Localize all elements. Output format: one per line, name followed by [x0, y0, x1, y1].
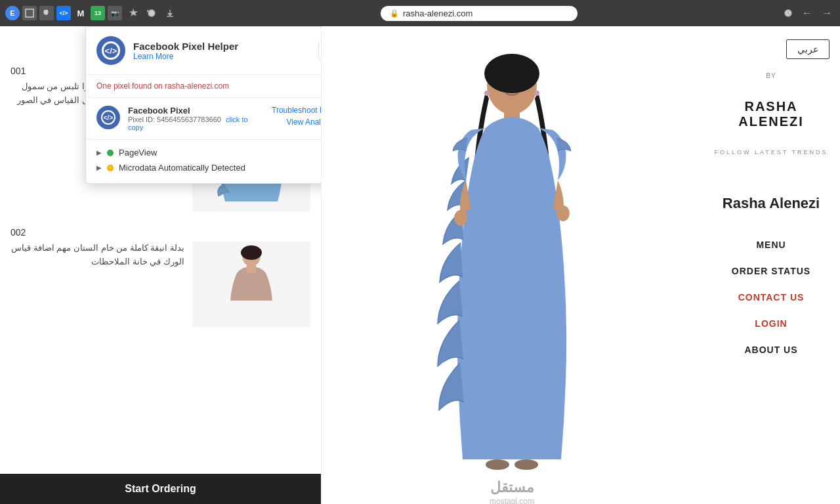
- right-panel: مستقل mostaql.com عربي BY RASHA ALENEZI …: [322, 26, 840, 504]
- svg-point-21: [454, 210, 467, 226]
- pixel-id-text: Pixel ID: 5456455637783660: [128, 116, 221, 123]
- start-ordering-bar[interactable]: Start Ordering: [0, 474, 321, 504]
- svg-point-22: [556, 205, 570, 221]
- event-status-green-icon: [107, 150, 114, 156]
- url-text: rasha-alenezi.com: [403, 9, 472, 18]
- popup-fb-code-icon: </>: [102, 41, 120, 60]
- facebook-dev-icon[interactable]: </>: [56, 6, 71, 20]
- extension-screenshot-icon[interactable]: 📷: [108, 6, 122, 20]
- svg-point-15: [484, 54, 539, 93]
- browser-icons-row: E </> M 13 📷: [5, 6, 122, 20]
- extension-m-icon[interactable]: M: [74, 6, 88, 20]
- popup-events: ▶ PageView ▶ ⚡ Microdata Automatically D…: [86, 140, 322, 183]
- popup-learn-more-link[interactable]: Learn More: [133, 52, 310, 61]
- product-item-002: 002 بدلة انيقة كاملة من خام الستان مهم ا…: [10, 227, 310, 327]
- svg-text:مستقل: مستقل: [490, 479, 534, 495]
- brand-by-label: BY: [713, 72, 830, 79]
- svg-point-17: [516, 80, 523, 88]
- nav-item-about-us[interactable]: ABOUT US: [713, 337, 830, 363]
- nav-item-login[interactable]: LOGIN: [713, 310, 830, 337]
- bookmarks-icon[interactable]: [126, 6, 140, 20]
- svg-rect-0: [26, 9, 33, 17]
- svg-rect-11: [247, 265, 256, 273]
- troubleshoot-pixel-link[interactable]: Troubleshoot Pixel: [272, 106, 322, 115]
- event-expand-microdata-icon[interactable]: ▶: [96, 164, 102, 171]
- sidebar-nav: عربي BY RASHA ALENEZI FOLLOW LATEST TREN…: [702, 26, 840, 504]
- right-panel-content: مستقل mostaql.com عربي BY RASHA ALENEZI …: [322, 26, 840, 504]
- forward-button[interactable]: →: [819, 7, 835, 19]
- extension-icon-puzzle[interactable]: [39, 6, 54, 20]
- facebook-pixel-popup: </> Facebook Pixel Helper Learn More One…: [85, 26, 322, 184]
- event-row-pageview: ▶ PageView: [96, 145, 322, 160]
- reload-icon[interactable]: [144, 6, 159, 20]
- extension-icon-square[interactable]: [22, 6, 37, 20]
- history-icon[interactable]: [781, 6, 795, 20]
- nav-menu: MENU ORDER STATUS CONTACT US LOGIN ABOUT…: [713, 232, 830, 363]
- popup-pixel-row: </> Facebook Pixel Pixel ID: 54564556377…: [86, 98, 322, 140]
- nav-item-menu[interactable]: MENU: [713, 232, 830, 258]
- nav-item-contact-us[interactable]: CONTACT US: [713, 284, 830, 310]
- pixel-name: Facebook Pixel: [128, 106, 264, 116]
- brand-name-large: Rasha Alenezi: [723, 195, 820, 212]
- popup-title: Facebook Pixel Helper: [133, 41, 310, 52]
- pixel-actions: Troubleshoot Pixel View Analytics: [272, 106, 322, 127]
- svg-point-24: [514, 459, 538, 470]
- main-layout: </> Facebook Pixel Helper Learn More One…: [0, 26, 840, 504]
- model-image-area: مستقل mostaql.com: [322, 26, 702, 504]
- svg-point-10: [241, 245, 262, 260]
- svg-point-23: [486, 459, 509, 470]
- pixel-code-icon: </>: [101, 110, 116, 125]
- popup-fb-icon: </>: [96, 36, 125, 65]
- product-desc-002: بدلة انيقة كاملة من خام الستان مهم اضافة…: [10, 242, 184, 269]
- brand-name-logo: RASHA ALENEZI: [713, 99, 830, 129]
- download-icon[interactable]: [163, 6, 177, 20]
- pixel-fb-icon: </>: [96, 106, 120, 129]
- pixel-info: Facebook Pixel Pixel ID: 545645563778366…: [128, 106, 264, 131]
- browser-chrome: E </> M 13 📷 🔒 rasha-alenezi.com ← →: [0, 0, 840, 26]
- popup-header: </> Facebook Pixel Helper Learn More: [86, 27, 322, 75]
- svg-point-16: [501, 80, 507, 88]
- left-panel: </> Facebook Pixel Helper Learn More One…: [0, 26, 322, 504]
- product-image-002: [192, 242, 310, 327]
- event-status-yellow-icon: ⚡: [107, 165, 114, 171]
- nav-item-order-status[interactable]: ORDER STATUS: [713, 258, 830, 284]
- arabic-button[interactable]: عربي: [786, 39, 830, 59]
- svg-text:mostaql.com: mostaql.com: [490, 497, 534, 504]
- product-content-002: بدلة انيقة كاملة من خام الستان مهم اضافة…: [10, 242, 310, 327]
- address-bar[interactable]: 🔒 rasha-alenezi.com: [381, 6, 578, 21]
- event-expand-icon[interactable]: ▶: [96, 149, 102, 156]
- back-button[interactable]: ←: [799, 7, 815, 19]
- event-microdata-label: Microdata Automatically Detected: [119, 163, 245, 173]
- event-pageview-label: PageView: [119, 148, 157, 158]
- view-analytics-link[interactable]: View Analytics: [287, 117, 322, 127]
- popup-status-bar: One pixel found on rasha-alenezi.com: [86, 75, 322, 98]
- extension-calendar-icon[interactable]: 13: [91, 6, 105, 20]
- brand-tagline: FOLLOW LATEST TRENDS: [713, 149, 830, 156]
- svg-point-19: [534, 91, 539, 96]
- popup-title-area: Facebook Pixel Helper Learn More: [133, 41, 310, 61]
- pixel-id: Pixel ID: 5456455637783660 click to copy: [128, 116, 264, 131]
- svg-point-18: [484, 91, 490, 96]
- popup-status-text: One pixel found on rasha-alenezi.com: [96, 81, 229, 91]
- brand-logo: BY RASHA ALENEZI FOLLOW LATEST TRENDS: [713, 72, 830, 175]
- product-number-002: 002: [10, 227, 310, 238]
- extension-icon-e[interactable]: E: [5, 6, 20, 20]
- lock-icon: 🔒: [390, 9, 399, 18]
- event-row-microdata: ▶ ⚡ Microdata Automatically Detected: [96, 160, 322, 175]
